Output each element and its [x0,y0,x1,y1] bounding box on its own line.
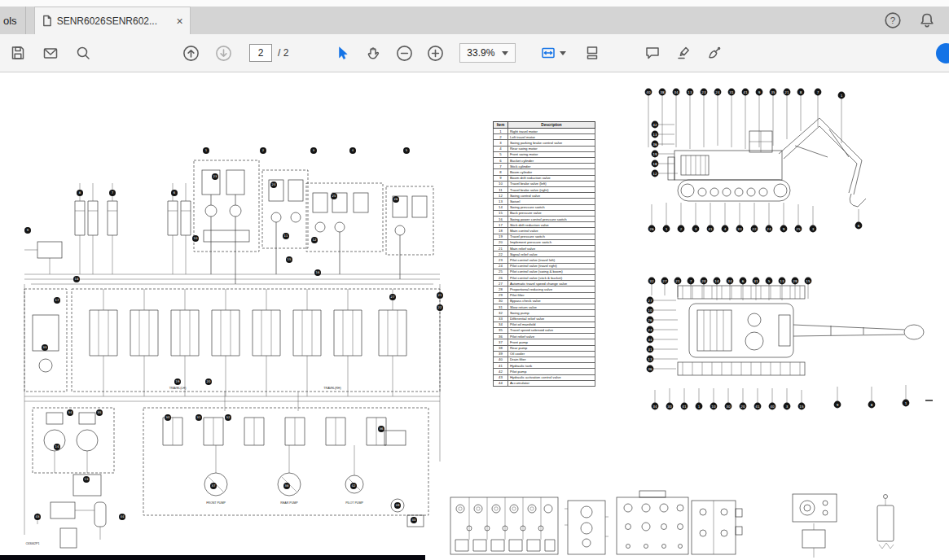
svg-text:36: 36 [648,367,652,371]
svg-text:25: 25 [332,194,336,198]
table-row: 5Front swing motor [494,151,595,157]
svg-text:18: 18 [652,162,657,166]
save-button[interactable] [5,40,31,66]
svg-text:40: 40 [646,90,651,94]
fill-sign-button[interactable] [701,40,727,66]
svg-text:1: 1 [905,401,907,405]
table-row: 30Bypass check valve [494,298,595,304]
svg-text:27: 27 [391,295,395,299]
svg-text:27: 27 [648,299,652,303]
svg-text:21: 21 [784,90,789,94]
svg-text:12: 12 [313,238,317,242]
zoom-out-button[interactable] [391,40,417,66]
tab-close-icon[interactable]: × [176,15,182,27]
chevron-down-icon [560,51,566,55]
table-row: 14Swing pressure switch [494,204,595,210]
svg-text:27: 27 [662,279,667,283]
document-tab[interactable]: SENR6026SENR602... × [34,7,191,34]
hand-tool-button[interactable] [360,40,386,66]
table-row: 43Hydraulic activation control valve [494,374,595,380]
svg-text:13: 13 [648,357,652,361]
highlight-button[interactable] [670,40,696,66]
solenoid-valve-detail [793,494,837,558]
table-row: 29Pilot filter [494,292,595,298]
table-row: 42Pilot pump [494,369,595,374]
window-top-strip [0,0,949,7]
svg-text:23: 23 [213,174,217,178]
svg-text:14: 14 [714,279,719,283]
tools-tab-label: ols [3,15,17,27]
svg-text:15: 15 [799,405,804,409]
zoom-in-button[interactable] [422,40,448,66]
svg-text:21: 21 [675,279,680,283]
svg-text:24: 24 [648,328,652,332]
email-button[interactable] [37,40,64,66]
svg-text:8: 8 [800,90,802,94]
svg-text:33: 33 [737,227,742,231]
svg-text:35: 35 [771,90,775,94]
svg-text:17: 17 [55,298,59,302]
svg-text:2: 2 [680,227,683,231]
table-row: 17Stick drift reduction valve [494,222,595,228]
help-icon[interactable]: ? [884,11,902,29]
page-number-input[interactable] [249,44,272,62]
svg-text:22: 22 [438,305,442,309]
next-page-button[interactable] [210,40,236,66]
legend-table: Item Description 1Right travel motor2Lef… [493,121,595,387]
legend-header-row: Item Description [494,122,595,129]
select-tool-button[interactable] [329,40,355,66]
svg-text:31: 31 [197,415,201,419]
svg-text:24: 24 [272,182,276,186]
svg-text:15: 15 [806,279,811,283]
svg-text:41: 41 [708,227,713,231]
svg-text:13: 13 [780,279,784,283]
minus-circle-icon [396,45,413,62]
svg-text:8: 8 [871,403,873,407]
svg-text:23: 23 [701,90,706,94]
svg-text:38: 38 [660,90,665,94]
svg-text:19: 19 [652,152,657,156]
fill-sign-pen-icon [706,45,723,61]
search-button[interactable] [70,40,96,66]
svg-text:32: 32 [649,279,654,283]
fit-width-button[interactable] [535,40,571,66]
svg-text:41: 41 [743,90,748,94]
previous-page-button[interactable] [178,40,204,66]
svg-text:18: 18 [75,277,79,281]
svg-text:3: 3 [695,227,697,231]
comment-button[interactable] [639,40,666,66]
notifications-bell-icon[interactable] [918,11,936,29]
hydraulic-schematic-drawing: TRAVEL(LH) TRAVEL(RH) FRONT PUMP REAR PU… [8,79,448,549]
svg-text:36: 36 [380,427,384,431]
svg-text:7: 7 [817,90,819,94]
table-row: 18Main control valve [494,228,595,234]
pdf-page[interactable]: TRAVEL(LH) TRAVEL(RH) FRONT PUMP REAR PU… [0,73,949,560]
svg-text:36: 36 [652,142,657,147]
tools-tab[interactable]: ols [0,7,26,34]
svg-text:32: 32 [226,415,231,419]
zoom-level-dropdown[interactable]: 33.9% [459,43,516,63]
toolbar: / 2 33.9% [0,34,949,72]
table-row: 24Pilot control valve (travel right) [494,263,595,269]
table-row: 7Stick cylinder [494,164,595,169]
arrow-up-icon [182,45,200,62]
tab-bar: ols SENR6026SENR602... × ? [0,7,949,34]
table-row: 9Boom drift reduction valve [494,175,595,181]
page-scrolling-button[interactable] [579,40,605,66]
document-icon [42,15,52,27]
svg-text:16: 16 [316,270,320,274]
svg-text:25: 25 [796,227,801,231]
table-row: 1Right travel motor [494,129,595,134]
table-row: 32Swing pump [494,310,595,316]
svg-text:34: 34 [727,279,732,283]
svg-text:35: 35 [98,410,102,414]
svg-text:40: 40 [412,518,416,522]
table-row: 38Rear pump [494,345,595,351]
svg-text:FRONT PUMP: FRONT PUMP [206,501,226,505]
table-row: 40Drain filter [494,357,595,362]
hand-icon [365,45,381,61]
svg-text:9: 9 [783,227,785,231]
svg-text:1: 1 [666,227,668,231]
table-row: 23Pilot control valve (travel left) [494,257,595,263]
svg-text:1: 1 [841,94,843,98]
